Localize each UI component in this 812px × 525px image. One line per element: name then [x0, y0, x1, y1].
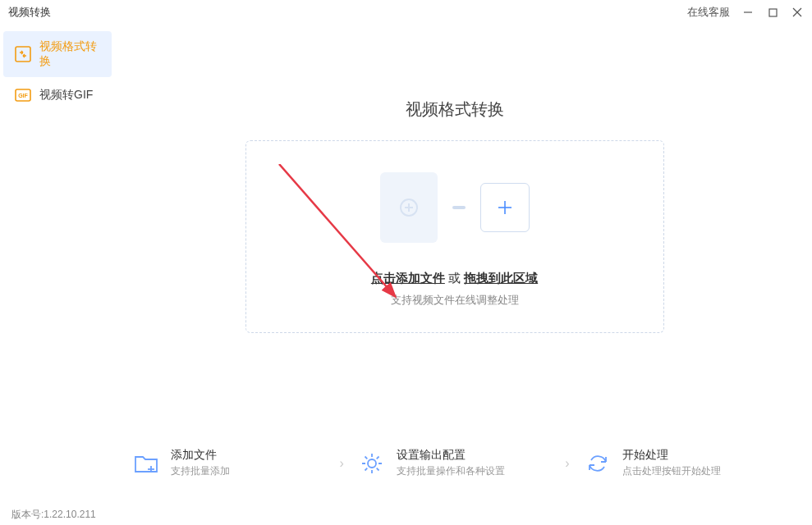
convert-icon	[15, 46, 31, 62]
settings-gear-icon	[357, 449, 387, 478]
dropzone[interactable]: 点击添加文件 或 拖拽到此区域 支持视频文件在线调整处理	[245, 140, 664, 333]
svg-text:GIF: GIF	[18, 93, 28, 98]
click-add-file-text: 点击添加文件	[371, 271, 445, 285]
or-text: 或	[445, 271, 464, 285]
svg-rect-1	[769, 9, 777, 16]
dropzone-subtitle: 支持视频文件在线调整处理	[263, 293, 647, 308]
refresh-icon	[583, 449, 612, 478]
step-title: 设置输出配置	[397, 448, 505, 463]
version-footer: 版本号:1.22.10.211	[11, 508, 96, 522]
sidebar-item-label: 视频格式转换	[39, 39, 100, 69]
sidebar-item-label: 视频转GIF	[39, 88, 93, 103]
svg-point-15	[368, 459, 376, 468]
step-subtitle: 支持批量操作和各种设置	[397, 464, 505, 478]
page-title: 视频格式转换	[123, 98, 786, 121]
main-panel: 视频格式转换 点击添加文件 或 拖拽到此区域 支持视频文件在线调整处理	[115, 25, 812, 507]
step-add-file: 添加文件 支持批量添加	[131, 448, 326, 478]
chevron-right-icon: ›	[333, 456, 350, 471]
folder-add-icon	[131, 449, 161, 478]
titlebar-actions: 在线客服	[687, 5, 804, 20]
svg-rect-4	[16, 47, 30, 62]
sidebar-item-video-to-gif[interactable]: GIF 视频转GIF	[3, 79, 112, 112]
app-title: 视频转换	[8, 5, 51, 20]
step-start-process: 开始处理 点击处理按钮开始处理	[583, 448, 778, 478]
chevron-right-icon: ›	[558, 456, 576, 471]
minimize-button[interactable]	[741, 6, 755, 19]
step-subtitle: 点击处理按钮开始处理	[622, 464, 721, 478]
plus-box-icon	[480, 183, 530, 232]
step-subtitle: 支持批量添加	[171, 464, 230, 478]
close-button[interactable]	[791, 6, 804, 19]
drag-area-text: 拖拽到此区域	[464, 271, 538, 285]
sidebar-item-video-format-convert[interactable]: 视频格式转换	[3, 31, 112, 77]
dropzone-illustration	[263, 172, 647, 243]
dropzone-main-text: 点击添加文件 或 拖拽到此区域	[263, 271, 647, 286]
steps-row: 添加文件 支持批量添加 › 设置输出配置 支持批量操作和各种设置 ›	[123, 448, 786, 478]
step-configure-output: 设置输出配置 支持批量操作和各种设置	[357, 448, 552, 478]
maximize-button[interactable]	[766, 6, 779, 19]
file-placeholder-icon	[380, 172, 438, 243]
gif-icon: GIF	[15, 87, 31, 103]
step-title: 开始处理	[622, 448, 721, 463]
step-title: 添加文件	[171, 448, 230, 463]
titlebar: 视频转换 在线客服	[0, 0, 812, 25]
version-label: 版本号:	[11, 509, 44, 520]
online-service-link[interactable]: 在线客服	[687, 5, 730, 20]
dash-icon	[452, 206, 466, 209]
sidebar: 视频格式转换 GIF 视频转GIF	[0, 25, 115, 507]
version-number: 1.22.10.211	[44, 509, 95, 520]
